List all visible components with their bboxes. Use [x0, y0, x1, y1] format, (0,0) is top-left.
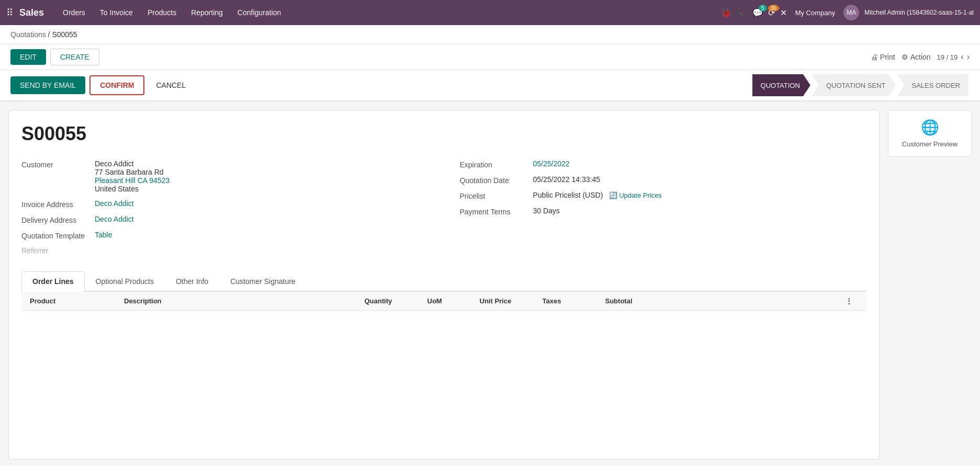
delivery-address-label: Delivery Address: [21, 215, 95, 224]
quotation-date-value: 05/25/2022 14:33:45: [533, 175, 600, 184]
expiration-value[interactable]: 05/25/2022: [533, 160, 570, 168]
customer-address2[interactable]: Pleasant Hill CA 94523: [95, 176, 170, 185]
print-button[interactable]: 🖨 Print: [871, 53, 895, 61]
customer-address1: 77 Santa Barbara Rd: [95, 168, 170, 176]
breadcrumb: Quotations / S00055: [0, 25, 980, 44]
grid-icon[interactable]: ⠿: [6, 7, 13, 18]
customer-link[interactable]: Deco Addict: [95, 160, 134, 168]
prev-page-button[interactable]: ‹: [961, 52, 963, 62]
nav-reporting[interactable]: Reporting: [185, 5, 229, 20]
breadcrumb-separator: /: [48, 30, 50, 39]
phone-icon[interactable]: 📞: [737, 8, 747, 18]
globe-icon: 🌐: [921, 119, 939, 136]
expiration-field-row: Expiration 05/25/2022: [460, 160, 867, 169]
update-prices-button[interactable]: 🔄 Update Prices: [609, 191, 662, 199]
col-taxes: Taxes: [543, 297, 605, 305]
col-subtotal: Subtotal: [605, 297, 846, 305]
breadcrumb-current: S00055: [52, 30, 77, 39]
form-title: S00055: [21, 123, 866, 145]
left-field-group: Customer Deco Addict 77 Santa Barbara Rd…: [21, 160, 429, 261]
preview-label: Customer Preview: [902, 140, 958, 148]
referrer-field-row: Referrer: [21, 246, 429, 255]
confirm-button[interactable]: CONFIRM: [89, 75, 144, 95]
send-by-email-button[interactable]: SEND BY EMAIL: [10, 76, 85, 94]
nav-right: 🐞 📞 💬 5 ⟳ 36 ✕ My Company MA Mitchell Ad…: [721, 5, 974, 20]
tab-other-info[interactable]: Other Info: [165, 271, 219, 291]
col-actions[interactable]: ⋮: [846, 297, 858, 305]
form-fields: Customer Deco Addict 77 Santa Barbara Rd…: [21, 160, 866, 261]
company-name: My Company: [795, 9, 836, 17]
pipeline-step-sent[interactable]: QUOTATION SENT: [812, 74, 896, 96]
quotation-template-value[interactable]: Table: [95, 231, 112, 239]
invoice-address-value[interactable]: Deco Addict: [95, 199, 134, 208]
customer-value: Deco Addict 77 Santa Barbara Rd Pleasant…: [95, 160, 170, 193]
create-button[interactable]: CREATE: [50, 49, 99, 65]
quotation-template-label: Quotation Template: [21, 231, 95, 240]
pagination-count: 19 / 19: [937, 53, 958, 61]
quotation-date-label: Quotation Date: [460, 175, 533, 185]
printer-icon: 🖨: [871, 53, 878, 61]
nav-products[interactable]: Products: [141, 5, 183, 20]
expiration-label: Expiration: [460, 160, 533, 169]
activity-badge: 36: [768, 5, 779, 12]
pricelist-field-row: Pricelist Public Pricelist (USD) 🔄 Updat…: [460, 191, 867, 200]
pipeline-step-order[interactable]: SALES ORDER: [897, 74, 968, 96]
edit-button[interactable]: EDIT: [10, 49, 46, 65]
settings-icon[interactable]: ✕: [780, 8, 787, 18]
right-field-group: Expiration 05/25/2022 Quotation Date 05/…: [460, 160, 867, 261]
avatar[interactable]: MA: [843, 5, 859, 20]
invoice-address-field-row: Invoice Address Deco Addict: [21, 199, 429, 209]
col-quantity: Quantity: [365, 297, 427, 305]
customer-label: Customer: [21, 160, 95, 169]
content-area: S00055 Customer Deco Addict 77 Santa Bar…: [8, 110, 880, 460]
activity-icon[interactable]: ⟳ 36: [768, 8, 775, 18]
tab-optional-products[interactable]: Optional Products: [85, 271, 165, 291]
delivery-address-field-row: Delivery Address Deco Addict: [21, 215, 429, 224]
pricelist-text: Public Pricelist (USD): [533, 191, 603, 199]
invoice-address-label: Invoice Address: [21, 199, 95, 209]
payment-terms-value: 30 Days: [533, 207, 560, 215]
nav-to-invoice[interactable]: To Invoice: [94, 5, 139, 20]
next-page-button[interactable]: ›: [967, 52, 970, 62]
pipeline-step-quotation[interactable]: QUOTATION: [752, 74, 810, 96]
pagination: 19 / 19 ‹ ›: [937, 52, 970, 62]
nav-orders[interactable]: Orders: [57, 5, 92, 20]
bug-icon[interactable]: 🐞: [721, 8, 731, 18]
table-header: Product Description Quantity UoM Unit Pr…: [21, 292, 866, 311]
col-uom: UoM: [427, 297, 480, 305]
gear-icon: ⚙: [902, 53, 908, 61]
tab-order-lines[interactable]: Order Lines: [21, 271, 85, 292]
nav-configuration[interactable]: Configuration: [231, 5, 287, 20]
payment-terms-label: Payment Terms: [460, 207, 533, 216]
customer-field-row: Customer Deco Addict 77 Santa Barbara Rd…: [21, 160, 429, 193]
brand-logo: Sales: [19, 7, 44, 18]
status-pipeline: QUOTATION QUOTATION SENT SALES ORDER: [752, 74, 970, 96]
cancel-button[interactable]: CANCEL: [149, 76, 193, 94]
pricelist-value: Public Pricelist (USD) 🔄 Update Prices: [533, 191, 662, 199]
referrer-placeholder[interactable]: Referrer: [21, 246, 48, 255]
col-description: Description: [124, 297, 365, 305]
payment-terms-field-row: Payment Terms 30 Days: [460, 207, 867, 216]
toolbar: EDIT CREATE 🖨 Print ⚙ Action 19 / 19 ‹ ›: [0, 44, 980, 70]
main-area: S00055 Customer Deco Addict 77 Santa Bar…: [0, 101, 980, 466]
chat-badge: 5: [759, 5, 767, 12]
action-bar: SEND BY EMAIL CONFIRM CANCEL QUOTATION Q…: [0, 70, 980, 101]
breadcrumb-parent[interactable]: Quotations: [10, 30, 46, 39]
toolbar-right: 🖨 Print ⚙ Action 19 / 19 ‹ ›: [871, 52, 970, 62]
top-navigation: ⠿ Sales Orders To Invoice Products Repor…: [0, 0, 980, 25]
customer-address3: United States: [95, 185, 170, 193]
chat-icon[interactable]: 💬 5: [752, 8, 763, 18]
tab-customer-signature[interactable]: Customer Signature: [219, 271, 307, 291]
delivery-address-value[interactable]: Deco Addict: [95, 215, 134, 223]
action-button[interactable]: ⚙ Action: [902, 53, 931, 61]
pricelist-label: Pricelist: [460, 191, 533, 200]
customer-preview-sidebar[interactable]: 🌐 Customer Preview: [888, 110, 972, 157]
tabs-bar: Order Lines Optional Products Other Info…: [21, 271, 866, 292]
refresh-icon: 🔄: [609, 191, 617, 199]
col-product: Product: [30, 297, 124, 305]
quotation-date-field-row: Quotation Date 05/25/2022 14:33:45: [460, 175, 867, 185]
username: Mitchell Admin (15843602-saas-15-1-al: [864, 9, 974, 16]
nav-items: Orders To Invoice Products Reporting Con…: [57, 5, 719, 20]
quotation-template-field-row: Quotation Template Table: [21, 231, 429, 240]
col-unit-price: Unit Price: [480, 297, 543, 305]
